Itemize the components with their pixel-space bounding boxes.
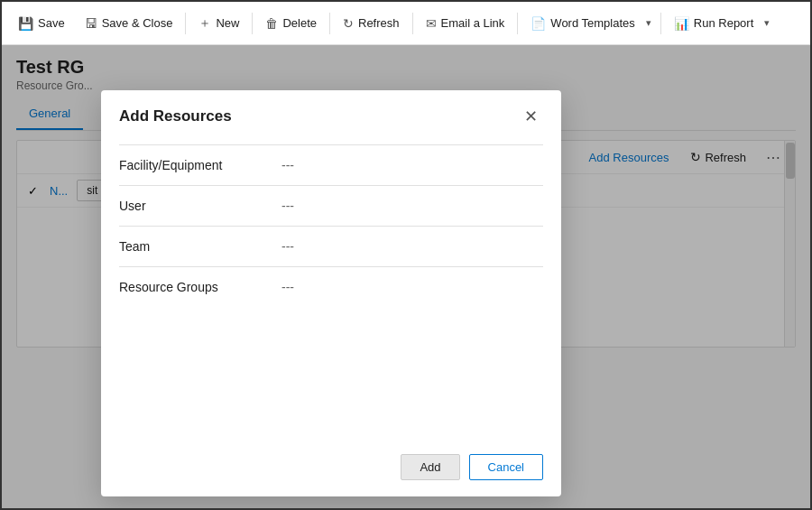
groups-label: Resource Groups <box>119 280 281 294</box>
divider-5 <box>517 13 518 34</box>
email-link-button[interactable]: ✉ Email a Link <box>417 11 514 36</box>
new-icon: ＋ <box>198 15 211 32</box>
groups-value: --- <box>281 280 294 294</box>
modal-body: Facility/Equipment --- User --- Team ---… <box>101 135 561 441</box>
run-report-chevron[interactable]: ▾ <box>759 12 775 34</box>
refresh-icon: ↻ <box>343 16 354 31</box>
word-icon: 📄 <box>531 16 546 31</box>
word-templates-button[interactable]: 📄 Word Templates <box>521 11 638 36</box>
user-label: User <box>119 199 281 213</box>
report-icon: 📊 <box>674 16 689 31</box>
run-report-button[interactable]: 📊 Run Report <box>665 11 757 36</box>
team-label: Team <box>119 239 281 254</box>
word-templates-chevron[interactable]: ▾ <box>641 12 657 34</box>
divider-4 <box>412 13 413 34</box>
modal-footer: Add Cancel <box>101 441 561 496</box>
resource-row-groups: Resource Groups --- <box>119 267 543 307</box>
add-resources-modal: Add Resources ✕ Facility/Equipment --- U… <box>101 90 561 496</box>
facility-label: Facility/Equipment <box>119 158 281 172</box>
save-close-button[interactable]: 🖫 Save & Close <box>76 11 182 36</box>
refresh-button[interactable]: ↻ Refresh <box>334 11 409 36</box>
toolbar: 💾 Save 🖫 Save & Close ＋ New 🗑 Delete ↻ R… <box>2 2 810 45</box>
save-icon: 💾 <box>18 16 33 31</box>
divider-6 <box>660 13 661 34</box>
main-content: Test RG Resource Gro... General Add Reso… <box>2 45 810 508</box>
team-value: --- <box>281 239 294 254</box>
add-button[interactable]: Add <box>401 454 459 480</box>
delete-icon: 🗑 <box>265 16 278 31</box>
new-button[interactable]: ＋ New <box>189 10 248 37</box>
app-frame: 💾 Save 🖫 Save & Close ＋ New 🗑 Delete ↻ R… <box>0 0 812 510</box>
cancel-button[interactable]: Cancel <box>469 454 543 480</box>
divider-2 <box>252 13 253 34</box>
save-close-icon: 🖫 <box>85 16 97 31</box>
resource-row-facility: Facility/Equipment --- <box>119 144 543 186</box>
delete-button[interactable]: 🗑 Delete <box>256 11 326 36</box>
modal-backdrop: Add Resources ✕ Facility/Equipment --- U… <box>2 45 810 508</box>
modal-close-button[interactable]: ✕ <box>519 107 543 126</box>
divider-3 <box>329 13 330 34</box>
modal-header: Add Resources ✕ <box>101 90 561 135</box>
divider-1 <box>185 13 186 34</box>
modal-title: Add Resources <box>119 107 232 125</box>
resource-row-team: Team --- <box>119 227 543 267</box>
facility-value: --- <box>281 158 294 172</box>
user-value: --- <box>281 199 294 213</box>
save-button[interactable]: 💾 Save <box>9 11 74 36</box>
resource-row-user: User --- <box>119 186 543 227</box>
email-icon: ✉ <box>426 16 437 31</box>
